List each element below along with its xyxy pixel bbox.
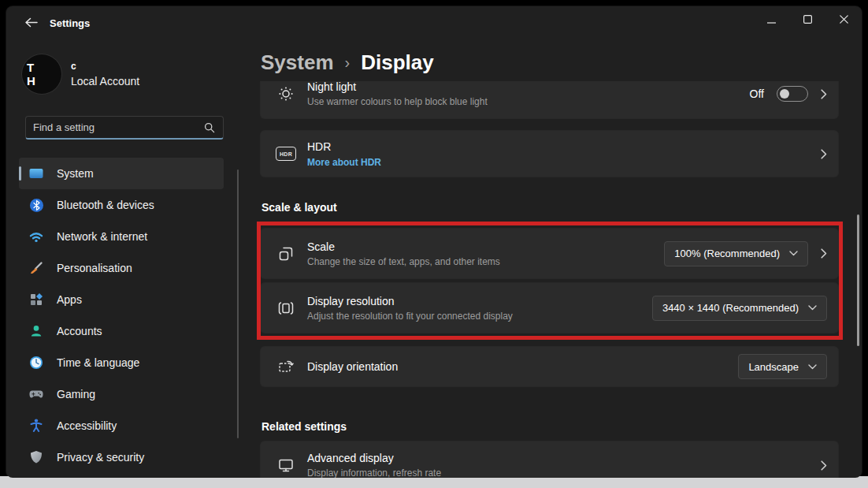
search-input[interactable]	[26, 121, 204, 133]
resolution-dropdown-value: 3440 × 1440 (Recommended)	[662, 302, 799, 314]
scale-row[interactable]: Scale Change the size of text, apps, and…	[261, 229, 838, 278]
minimize-button[interactable]	[753, 6, 789, 33]
sidebar-scrollbar[interactable]	[237, 169, 239, 438]
selected-indicator-pill	[19, 166, 21, 181]
sidebar-item-label: Network & internet	[57, 230, 147, 243]
toggle-knob	[780, 89, 789, 99]
sidebar-item-gaming[interactable]: Gaming	[19, 378, 224, 410]
privacy-icon	[28, 449, 44, 465]
sidebar-item-label: Accounts	[57, 325, 102, 337]
maximize-button[interactable]	[789, 6, 825, 33]
main-scrollbar[interactable]	[857, 214, 859, 346]
night-light-icon	[276, 84, 296, 104]
sidebar-item-apps[interactable]: Apps	[19, 284, 224, 315]
bluetooth-icon	[28, 197, 44, 213]
display-orientation-icon	[276, 356, 296, 377]
night-light-toggle[interactable]	[777, 86, 808, 102]
close-button[interactable]	[825, 6, 862, 33]
night-light-subtitle: Use warmer colours to help block blue li…	[307, 95, 488, 108]
section-scale-layout: Scale & layout	[262, 201, 337, 214]
account-text: c Local Account	[71, 61, 139, 88]
chevron-down-icon	[789, 251, 798, 256]
orientation-dropdown[interactable]: Landscape	[738, 354, 827, 379]
hdr-more-link[interactable]: More about HDR	[307, 156, 381, 169]
hdr-title: HDR	[307, 140, 381, 154]
scale-dropdown[interactable]: 100% (Recommended)	[664, 241, 808, 266]
breadcrumb-system[interactable]: System	[261, 50, 334, 75]
content-area: Night light Use warmer colours to help b…	[254, 81, 850, 478]
personalisation-icon	[28, 260, 44, 276]
display-resolution-text: Display resolution Adjust the resolution…	[307, 294, 513, 322]
night-light-text: Night light Use warmer colours to help b…	[307, 81, 488, 108]
hdr-row[interactable]: HDR HDR More about HDR	[261, 131, 838, 177]
orientation-dropdown-value: Landscape	[748, 361, 799, 373]
sidebar-item-label: Bluetooth & devices	[57, 199, 154, 211]
night-light-title: Night light	[307, 81, 488, 94]
sidebar-item-personalisation[interactable]: Personalisation	[19, 252, 224, 284]
breadcrumb: System › Display	[261, 50, 434, 75]
minimize-icon	[767, 13, 776, 27]
advanced-display-title: Advanced display	[307, 451, 441, 465]
sidebar-item-label: Apps	[57, 293, 82, 306]
chevron-down-icon	[808, 305, 817, 311]
back-button[interactable]	[17, 14, 44, 33]
sidebar-item-label: Time & language	[57, 356, 139, 369]
night-light-row[interactable]: Night light Use warmer colours to help b…	[261, 81, 838, 118]
close-icon	[840, 13, 848, 27]
breadcrumb-separator-icon: ›	[345, 54, 351, 72]
scale-dropdown-value: 100% (Recommended)	[674, 248, 780, 259]
account-header[interactable]: T H c Local Account	[22, 54, 227, 95]
chevron-right-icon	[821, 460, 827, 471]
night-light-toggle-state: Off	[750, 88, 764, 100]
system-icon	[28, 166, 44, 181]
search-icon	[204, 122, 215, 133]
avatar: T H	[22, 54, 61, 94]
chevron-right-icon	[821, 89, 827, 99]
hdr-badge: HDR	[276, 147, 296, 161]
scale-text: Scale Change the size of text, apps, and…	[307, 240, 500, 268]
apps-icon	[28, 292, 44, 307]
sidebar-item-label: Gaming	[57, 388, 95, 400]
network-icon	[28, 229, 44, 244]
sidebar-item-time-language[interactable]: Time & language	[19, 347, 224, 378]
account-name: c	[71, 61, 139, 72]
sidebar-item-system[interactable]: System	[19, 158, 224, 189]
account-type: Local Account	[71, 75, 139, 88]
scale-subtitle: Change the size of text, apps, and other…	[307, 255, 500, 268]
back-arrow-icon	[24, 17, 38, 31]
page-title: Display	[361, 50, 434, 75]
sidebar-item-label: System	[57, 167, 94, 180]
display-resolution-icon	[276, 298, 296, 319]
hdr-icon: HDR	[276, 143, 296, 164]
display-orientation-title: Display orientation	[307, 359, 398, 374]
search-box	[25, 116, 224, 140]
sidebar-nav: System Bluetooth & devices Network & int…	[19, 158, 224, 473]
sidebar-item-accounts[interactable]: Accounts	[19, 315, 224, 347]
desktop-background-strip	[0, 476, 868, 488]
advanced-display-row[interactable]: Advanced display Display information, re…	[261, 441, 838, 478]
sidebar-item-network-internet[interactable]: Network & internet	[19, 221, 224, 252]
sidebar-item-bluetooth-devices[interactable]: Bluetooth & devices	[19, 189, 224, 221]
resolution-dropdown[interactable]: 3440 × 1440 (Recommended)	[652, 296, 827, 321]
title-bar: Settings	[6, 6, 862, 41]
chevron-right-icon	[821, 149, 827, 159]
advanced-display-subtitle: Display information, refresh rate	[307, 467, 441, 478]
chevron-right-icon	[821, 248, 827, 259]
maximize-icon	[803, 13, 812, 27]
sidebar-item-privacy-security[interactable]: Privacy & security	[19, 441, 224, 473]
display-resolution-row[interactable]: Display resolution Adjust the resolution…	[261, 283, 838, 333]
app-title: Settings	[50, 17, 90, 29]
time-language-icon	[28, 355, 44, 371]
display-resolution-title: Display resolution	[307, 294, 513, 308]
display-orientation-row[interactable]: Display orientation Landscape	[261, 347, 838, 386]
sidebar-item-label: Personalisation	[57, 262, 132, 274]
accounts-icon	[28, 323, 44, 339]
sidebar-item-accessibility[interactable]: Accessibility	[19, 410, 224, 441]
advanced-display-text: Advanced display Display information, re…	[307, 451, 441, 478]
gaming-icon	[28, 386, 44, 402]
hdr-text: HDR More about HDR	[307, 140, 381, 169]
accessibility-icon	[28, 418, 44, 434]
chevron-down-icon	[808, 364, 817, 370]
sidebar-item-label: Privacy & security	[57, 451, 144, 464]
sidebar-item-label: Accessibility	[57, 419, 117, 432]
